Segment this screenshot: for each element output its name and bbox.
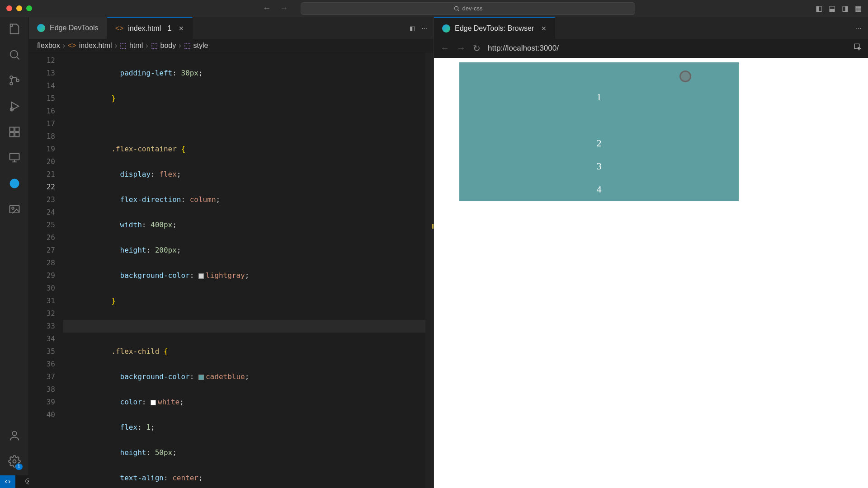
source-control-icon[interactable] [8,74,21,88]
more-actions-icon[interactable]: ⋯ [421,25,427,32]
breadcrumb-item[interactable]: index.html [79,42,112,50]
svg-rect-10 [15,127,19,131]
edge-icon [37,24,45,32]
close-icon[interactable]: ✕ [179,25,184,32]
preview-item: 4 [597,183,602,195]
chevron-right-icon: › [63,42,65,50]
html-file-icon: <> [68,42,76,50]
url-bar[interactable]: http://localhost:3000/ [488,44,846,53]
account-icon[interactable] [8,429,21,443]
inspect-icon[interactable] [854,43,862,53]
svg-rect-11 [9,132,14,136]
close-window-icon[interactable] [6,5,12,11]
svg-line-3 [17,57,19,59]
split-editor-icon[interactable]: ◧ [410,25,415,32]
breadcrumb-item[interactable]: flexbox [37,42,60,50]
svg-rect-21 [854,44,859,49]
minimize-window-icon[interactable] [16,5,22,11]
svg-point-19 [12,432,16,436]
symbol-icon: ⬚ [184,41,191,50]
reload-icon[interactable]: ↻ [473,43,481,54]
layout-icon[interactable]: ▦ [855,4,862,13]
browser-forward-icon[interactable]: → [457,43,466,53]
preview-item: 1 [597,91,602,103]
svg-rect-9 [9,127,14,131]
svg-rect-13 [9,154,19,160]
breadcrumb-item[interactable]: body [160,42,176,50]
cursor-indicator-icon [679,70,691,82]
chevron-right-icon: › [115,42,117,50]
window-controls [6,5,32,11]
svg-point-0 [454,7,458,10]
panel-left-icon[interactable]: ◧ [816,4,822,13]
line-number-gutter: 1213141516171819202122232425262728293031… [29,52,63,488]
remote-explorer-icon[interactable] [8,151,21,165]
tab-label: Edge DevTools [50,24,99,32]
preview-item: 3 [597,160,602,172]
command-center[interactable]: dev-css [301,2,635,15]
editor-tabs: Edge DevTools <> index.html 1 ✕ ◧ ⋯ [29,17,434,39]
remote-indicator[interactable] [0,475,15,488]
explorer-icon[interactable] [8,23,21,37]
more-actions-icon[interactable]: ⋯ [856,25,862,32]
panel-right-icon[interactable]: ◨ [842,4,849,13]
breadcrumb-item[interactable]: style [193,42,208,50]
symbol-icon: ⬚ [151,41,158,50]
preview-flex-container: 1 2 3 4 [459,62,739,201]
svg-point-5 [10,82,13,85]
code-editor[interactable]: 1213141516171819202122232425262728293031… [29,52,434,488]
nav-back-icon[interactable]: ← [263,4,271,13]
edge-devtools-icon[interactable] [8,177,21,191]
panel-bottom-icon[interactable]: ⬓ [829,4,835,13]
close-icon[interactable]: ✕ [541,25,547,32]
search-activity-icon[interactable] [8,48,21,62]
breadcrumb[interactable]: flexbox › <> index.html › ⬚ html › ⬚ bod… [29,39,434,52]
settings-icon[interactable] [8,455,21,469]
browser-viewport[interactable]: 1 2 3 4 [434,58,868,488]
svg-point-6 [16,79,19,82]
image-icon[interactable] [8,203,21,217]
minimap[interactable] [425,52,434,488]
preview-item: 2 [597,137,602,149]
command-center-text: dev-css [462,5,483,12]
svg-point-18 [12,207,14,209]
activity-bar [0,17,29,475]
tab-edge-browser[interactable]: Edge DevTools: Browser ✕ [434,17,555,39]
svg-point-20 [13,460,16,463]
chevron-right-icon: › [146,42,148,50]
tab-label: index.html [128,24,161,33]
preview-pane: Edge DevTools: Browser ✕ ⋯ ← → ↻ http://… [434,17,868,488]
search-icon [453,5,460,12]
run-debug-icon[interactable] [8,100,21,114]
maximize-window-icon[interactable] [26,5,32,11]
edge-icon [442,24,450,33]
tab-index-html[interactable]: <> index.html 1 ✕ [107,17,193,39]
code-content[interactable]: padding-left: 30px; } .flex-container { … [63,52,434,488]
svg-point-16 [9,179,19,188]
symbol-icon: ⬚ [120,41,127,50]
html-file-icon: <> [115,24,124,33]
svg-point-4 [10,76,13,79]
svg-marker-7 [11,102,19,111]
breadcrumb-item[interactable]: html [129,42,143,50]
nav-forward-icon[interactable]: → [280,4,288,13]
chevron-right-icon: › [179,42,181,50]
browser-back-icon[interactable]: ← [440,43,449,53]
svg-line-1 [458,10,459,11]
tab-label: Edge DevTools: Browser [455,24,534,33]
svg-rect-12 [15,132,19,136]
tab-edge-devtools[interactable]: Edge DevTools [29,17,107,39]
tab-dirty-count: 1 [167,24,171,33]
svg-point-2 [10,51,17,58]
extensions-icon[interactable] [8,126,21,140]
browser-toolbar: ← → ↻ http://localhost:3000/ [434,39,868,58]
titlebar: ← → dev-css ◧ ⬓ ◨ ▦ [0,0,868,17]
